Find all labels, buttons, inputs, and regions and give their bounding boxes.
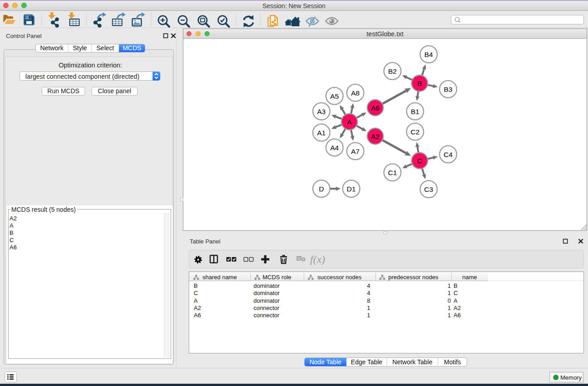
svg-text:f(x): f(x)	[310, 253, 325, 265]
svg-text:A3: A3	[317, 108, 326, 115]
svg-text:C1: C1	[388, 169, 397, 176]
svg-text:D: D	[319, 185, 324, 193]
svg-text:D1: D1	[347, 185, 356, 193]
svg-text:B: B	[417, 80, 422, 87]
svg-text:A: A	[347, 118, 352, 126]
svg-text:A7: A7	[351, 148, 360, 155]
svg-text:C2: C2	[411, 128, 420, 136]
svg-text:A6: A6	[371, 104, 380, 112]
svg-text:A8: A8	[351, 89, 360, 97]
svg-text:C3: C3	[424, 186, 433, 193]
svg-text:A1: A1	[317, 129, 326, 137]
svg-text:C4: C4	[444, 151, 453, 158]
svg-text:B2: B2	[388, 67, 397, 75]
svg-text:B3: B3	[444, 86, 453, 93]
svg-text:A2: A2	[371, 133, 380, 140]
svg-text:A4: A4	[330, 144, 339, 152]
svg-text:B1: B1	[411, 108, 420, 115]
svg-text:C: C	[417, 157, 422, 165]
svg-text:A5: A5	[330, 92, 339, 100]
svg-text:B4: B4	[425, 51, 433, 58]
